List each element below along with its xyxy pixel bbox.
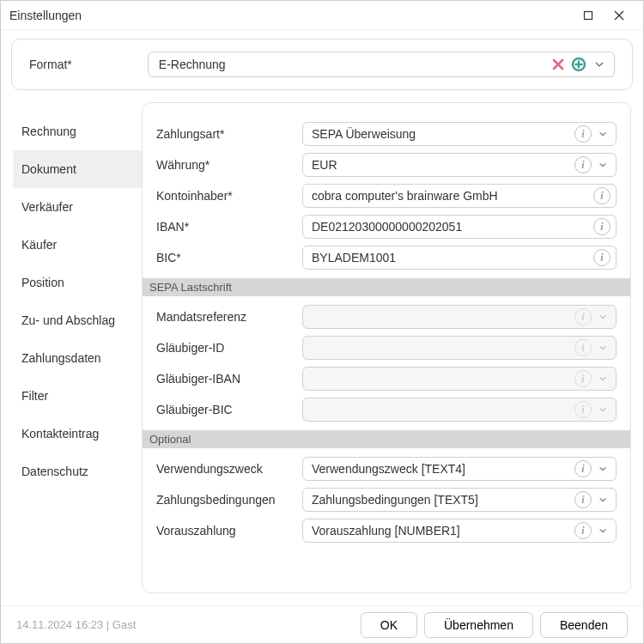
form-panel: Zahlungsart* SEPA Überweisung i Währung*… xyxy=(142,102,631,593)
sidebar-item-position[interactable]: Position xyxy=(13,264,142,301)
info-icon[interactable]: i xyxy=(574,491,592,508)
sidebar-item-kaeufer[interactable]: Käufer xyxy=(13,226,142,264)
info-icon[interactable]: i xyxy=(574,339,592,356)
dropdown-button[interactable] xyxy=(595,309,611,325)
status-text: 14.11.2024 16:23 | Gast xyxy=(16,618,354,631)
sidebar-item-filter[interactable]: Filter xyxy=(13,377,142,415)
sidebar-item-rechnung[interactable]: Rechnung xyxy=(13,112,142,150)
window-title: Einstellungen xyxy=(9,9,573,22)
label-glaeubiger-id: Gläubiger-ID xyxy=(156,341,294,355)
input-iban[interactable]: DE02120300000000202051 i xyxy=(302,215,617,239)
label-kontoinhaber: Kontoinhaber* xyxy=(156,189,294,203)
value-iban: DE02120300000000202051 xyxy=(312,220,593,234)
format-section: Format* E-Rechnung xyxy=(1,30,643,102)
value-zahlungsbedingungen: Zahlungsbedingungen [TEXT5] xyxy=(312,493,574,507)
dropdown-button[interactable] xyxy=(595,340,611,355)
info-icon[interactable]: i xyxy=(574,522,592,539)
row-glaeubiger-iban: Gläubiger-IBAN i xyxy=(156,363,617,394)
dropdown-button[interactable] xyxy=(595,492,611,507)
info-icon[interactable]: i xyxy=(593,187,611,204)
format-select[interactable]: E-Rechnung xyxy=(148,52,615,77)
maximize-icon xyxy=(583,10,593,21)
sidebar-item-dokument[interactable]: Dokument xyxy=(13,150,142,188)
plus-circle-icon xyxy=(572,58,586,71)
apply-button[interactable]: Übernehmen xyxy=(424,612,533,638)
info-icon[interactable]: i xyxy=(574,125,592,143)
label-verwendungszweck: Verwendungszweck xyxy=(156,462,294,476)
dropdown-button[interactable] xyxy=(595,523,611,538)
section-sepa-lastschrift: SEPA Lastschrift xyxy=(143,278,630,296)
value-vorauszahlung: Vorauszahlung [NUMBER1] xyxy=(312,524,574,538)
input-waehrung[interactable]: EUR i xyxy=(302,153,617,177)
input-bic[interactable]: BYLADEM1001 i xyxy=(302,246,617,270)
value-zahlungsart: SEPA Überweisung xyxy=(312,127,574,141)
footer: 14.11.2024 16:23 | Gast OK Übernehmen Be… xyxy=(1,605,643,643)
chevron-down-icon xyxy=(598,313,607,321)
input-verwendungszweck[interactable]: Verwendungszweck [TEXT4] i xyxy=(302,457,617,481)
info-icon[interactable]: i xyxy=(574,308,592,325)
info-icon[interactable]: i xyxy=(574,370,592,387)
maximize-button[interactable] xyxy=(573,1,604,30)
label-waehrung: Währung* xyxy=(156,158,294,172)
dropdown-button[interactable] xyxy=(595,461,611,477)
info-icon[interactable]: i xyxy=(593,218,611,235)
chevron-down-icon xyxy=(598,343,607,352)
x-icon xyxy=(552,58,564,70)
sidebar-item-kontakteintrag[interactable]: Kontakteintrag xyxy=(13,415,142,453)
info-icon[interactable]: i xyxy=(574,401,592,418)
info-icon[interactable]: i xyxy=(593,249,611,266)
sidebar-item-verkaeufer[interactable]: Verkäufer xyxy=(13,188,142,226)
label-mandatsreferenz: Mandatsreferenz xyxy=(156,310,294,324)
section-optional: Optional xyxy=(143,430,630,448)
dropdown-button[interactable] xyxy=(595,126,611,142)
dropdown-button[interactable] xyxy=(595,402,611,417)
close-window-button[interactable] xyxy=(604,1,635,30)
input-zahlungsbedingungen[interactable]: Zahlungsbedingungen [TEXT5] i xyxy=(302,488,617,512)
chevron-down-icon xyxy=(598,495,607,504)
label-zahlungsart: Zahlungsart* xyxy=(156,127,294,141)
row-kontoinhaber: Kontoinhaber* cobra computer's brainware… xyxy=(156,180,617,211)
format-clear-button[interactable] xyxy=(549,55,568,74)
dropdown-button[interactable] xyxy=(595,157,611,173)
input-glaeubiger-id[interactable]: i xyxy=(302,336,617,360)
close-button[interactable]: Beenden xyxy=(540,612,628,638)
input-vorauszahlung[interactable]: Vorauszahlung [NUMBER1] i xyxy=(302,519,617,543)
sidebar-item-zuabschlag[interactable]: Zu- und Abschlag xyxy=(13,301,142,339)
chevron-down-icon xyxy=(594,59,605,70)
sidebar-item-datenschutz[interactable]: Datenschutz xyxy=(13,453,142,490)
close-icon xyxy=(614,10,624,21)
input-mandatsreferenz[interactable]: i xyxy=(302,305,617,329)
label-bic: BIC* xyxy=(156,251,294,264)
info-icon[interactable]: i xyxy=(574,156,592,173)
row-zahlungsbedingungen: Zahlungsbedingungen Zahlungsbedingungen … xyxy=(156,484,617,515)
chevron-down-icon xyxy=(598,130,607,138)
row-bic: BIC* BYLADEM1001 i xyxy=(156,242,617,273)
settings-window: Einstellungen Format* E-Rechnung xyxy=(0,0,644,644)
label-glaeubiger-bic: Gläubiger-BIC xyxy=(156,403,294,416)
format-dropdown-button[interactable] xyxy=(592,57,607,72)
sidebar-item-zahlungsdaten[interactable]: Zahlungsdaten xyxy=(13,339,142,377)
row-glaeubiger-id: Gläubiger-ID i xyxy=(156,332,617,363)
input-kontoinhaber[interactable]: cobra computer's brainware GmbH i xyxy=(302,184,617,208)
chevron-down-icon xyxy=(598,161,607,169)
value-verwendungszweck: Verwendungszweck [TEXT4] xyxy=(312,462,574,476)
row-zahlungsart: Zahlungsart* SEPA Überweisung i xyxy=(156,118,617,149)
input-zahlungsart[interactable]: SEPA Überweisung i xyxy=(302,122,617,146)
format-value: E-Rechnung xyxy=(159,58,547,71)
chevron-down-icon xyxy=(598,526,607,535)
sidebar: Rechnung Dokument Verkäufer Käufer Posit… xyxy=(13,102,142,593)
value-bic: BYLADEM1001 xyxy=(312,251,593,264)
row-mandatsreferenz: Mandatsreferenz i xyxy=(156,301,617,332)
label-zahlungsbedingungen: Zahlungsbedingungen xyxy=(156,493,294,507)
info-icon[interactable]: i xyxy=(574,460,592,477)
dropdown-button[interactable] xyxy=(595,371,611,386)
row-vorauszahlung: Vorauszahlung Vorauszahlung [NUMBER1] i xyxy=(156,515,617,546)
label-vorauszahlung: Vorauszahlung xyxy=(156,524,294,538)
label-glaeubiger-iban: Gläubiger-IBAN xyxy=(156,372,294,386)
ok-button[interactable]: OK xyxy=(361,612,417,638)
body: Rechnung Dokument Verkäufer Käufer Posit… xyxy=(1,102,643,605)
input-glaeubiger-bic[interactable]: i xyxy=(302,398,617,422)
input-glaeubiger-iban[interactable]: i xyxy=(302,367,617,391)
format-add-button[interactable] xyxy=(569,55,588,74)
row-verwendungszweck: Verwendungszweck Verwendungszweck [TEXT4… xyxy=(156,453,617,484)
